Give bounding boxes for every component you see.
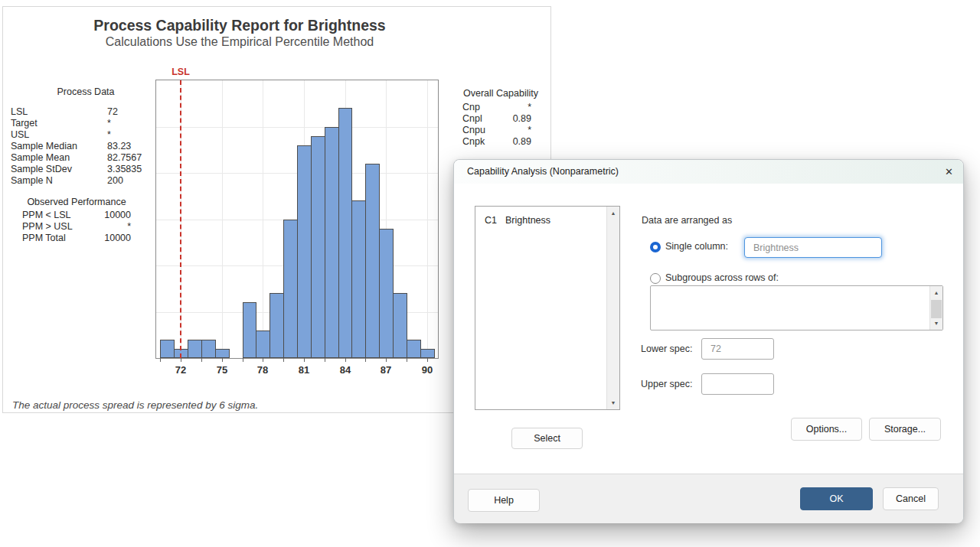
x-axis-tick: [181, 358, 181, 362]
stat-row: Sample N200: [11, 175, 161, 187]
scroll-down-icon[interactable]: ▼: [607, 396, 619, 409]
stat-row: Cnpu*: [457, 125, 544, 136]
x-axis-tick: [386, 358, 387, 362]
scroll-down-icon[interactable]: ▼: [930, 317, 942, 330]
stat-row: Cnpk0.89: [457, 136, 544, 148]
upper-spec-label: Upper spec:: [641, 379, 692, 390]
single-column-input[interactable]: [744, 237, 882, 258]
histogram-bar: [283, 220, 298, 358]
histogram-bar: [351, 200, 366, 358]
stat-row: Sample Mean82.7567: [11, 152, 161, 164]
stat-row: USL*: [11, 129, 161, 141]
close-icon[interactable]: ✕: [945, 160, 953, 184]
stat-row: PPM Total10000: [22, 233, 131, 244]
options-button[interactable]: Options...: [791, 418, 862, 441]
x-axis-tick: [243, 358, 243, 362]
scroll-up-icon[interactable]: ▲: [930, 286, 942, 299]
lsl-label: LSL: [168, 67, 194, 77]
stat-row: PPM > USL*: [22, 221, 131, 233]
histogram-bar: [338, 108, 352, 358]
histogram-bar: [420, 349, 435, 358]
x-axis-tick: [365, 358, 366, 362]
x-gridline: [222, 80, 223, 358]
dialog-titlebar[interactable]: Capability Analysis (Nonparametric) ✕: [454, 160, 963, 184]
x-gridline: [427, 80, 428, 358]
x-axis-tick: [160, 358, 161, 362]
histogram-bar: [297, 145, 312, 358]
observed-performance-title: Observed Performance: [22, 197, 131, 208]
x-axis-tick-label: 75: [210, 364, 234, 376]
histogram-bar: [365, 164, 380, 358]
x-axis-tick-label: 90: [415, 364, 439, 376]
histogram-plot: LSL72757881848790: [155, 80, 439, 359]
x-axis-tick: [304, 358, 305, 362]
scrollbar-thumb[interactable]: [931, 300, 942, 318]
cancel-button[interactable]: Cancel: [883, 487, 939, 510]
stat-row: Cnp*: [457, 102, 544, 113]
scroll-up-icon[interactable]: ▲: [607, 207, 619, 220]
listbox-scrollbar[interactable]: ▲ ▼: [606, 207, 619, 409]
histogram-bar: [270, 293, 284, 358]
help-button[interactable]: Help: [468, 489, 540, 512]
overall-capability-panel: Overall Capability Cnp*Cnpl0.89Cnpu*Cnpk…: [457, 88, 544, 148]
columns-listbox[interactable]: C1Brightness ▲ ▼: [475, 206, 620, 410]
dialog-footer: Help OK Cancel: [454, 474, 963, 523]
stat-row: Cnpl0.89: [457, 113, 544, 125]
single-column-radio[interactable]: [650, 242, 661, 252]
overall-capability-title: Overall Capability: [457, 88, 544, 99]
stat-row: Sample Median83.23: [11, 141, 161, 152]
ok-button[interactable]: OK: [800, 487, 873, 510]
select-button[interactable]: Select: [511, 428, 583, 449]
report-footnote: The actual process spread is represented…: [12, 399, 258, 411]
x-axis-tick-label: 81: [292, 364, 316, 376]
x-axis-tick-label: 72: [168, 364, 193, 376]
observed-performance-rows: PPM < LSL10000PPM > USL*PPM Total10000: [22, 210, 131, 244]
process-data-title: Process Data: [11, 86, 161, 98]
x-axis-tick: [407, 358, 407, 362]
data-arranged-label: Data are arranged as: [642, 215, 732, 226]
process-data-rows: LSL72Target*USL*Sample Median83.23Sample…: [11, 106, 161, 187]
histogram-bar: [215, 349, 230, 358]
lsl-line: [180, 80, 181, 358]
column-list-item[interactable]: C1Brightness: [475, 207, 619, 228]
subgroups-label: Subgroups across rows of:: [665, 272, 779, 284]
histogram-bar: [256, 330, 270, 358]
stat-row: PPM < LSL10000: [22, 210, 131, 221]
x-axis-tick-label: 87: [374, 364, 398, 376]
textarea-scrollbar[interactable]: ▲ ▼: [929, 286, 942, 330]
lower-spec-label: Lower spec:: [641, 344, 692, 355]
x-axis-tick: [201, 358, 202, 362]
x-gridline: [263, 80, 263, 358]
x-axis-tick: [325, 358, 325, 362]
stat-row: Sample StDev3.35835: [11, 164, 161, 175]
columns-list: C1Brightness: [475, 207, 619, 228]
x-axis-tick: [427, 358, 428, 362]
subgroups-textarea[interactable]: ▲ ▼: [650, 285, 943, 330]
x-axis-tick: [283, 358, 284, 362]
histogram-bar: [160, 340, 175, 358]
storage-button[interactable]: Storage...: [869, 418, 941, 441]
lower-spec-input[interactable]: [701, 338, 774, 360]
histogram-bar: [325, 127, 339, 358]
histogram-bar: [188, 340, 202, 358]
report-subtitle: Calculations Use the Empirical Percentil…: [3, 34, 476, 50]
subgroups-radio[interactable]: [650, 273, 661, 284]
y-gridline: [156, 127, 438, 128]
histogram-bar: [201, 340, 216, 358]
x-axis-tick: [263, 358, 263, 362]
stat-row: Target*: [11, 118, 161, 129]
histogram-bar: [407, 340, 421, 358]
stat-row: LSL72: [11, 106, 161, 118]
x-axis-tick: [222, 358, 223, 362]
histogram-bar: [311, 136, 325, 358]
upper-spec-input[interactable]: [701, 373, 774, 395]
x-axis-tick: [345, 358, 346, 362]
capability-analysis-dialog: Capability Analysis (Nonparametric) ✕ C1…: [453, 159, 964, 523]
histogram-bar: [393, 293, 407, 358]
overall-capability-rows: Cnp*Cnpl0.89Cnpu*Cnpk0.89: [457, 102, 544, 148]
dialog-title: Capability Analysis (Nonparametric): [467, 160, 619, 184]
report-title: Process Capability Report for Brightness: [3, 16, 476, 34]
observed-performance-panel: Observed Performance PPM < LSL10000PPM >…: [22, 197, 131, 244]
x-axis-tick-label: 78: [250, 364, 275, 376]
process-data-panel: Process Data LSL72Target*USL*Sample Medi…: [11, 86, 161, 187]
